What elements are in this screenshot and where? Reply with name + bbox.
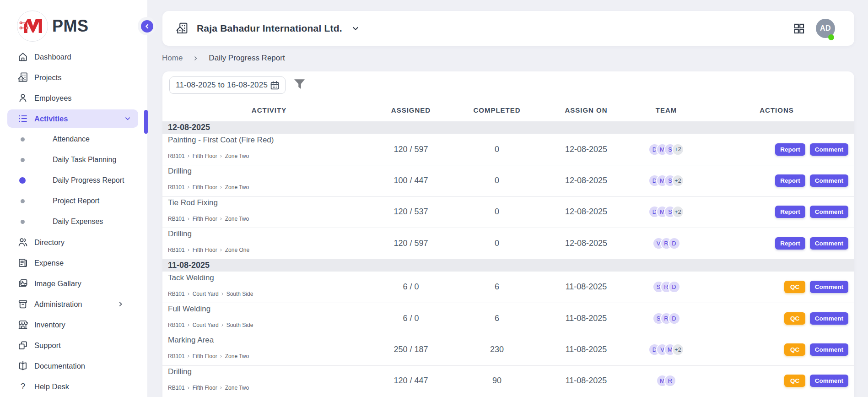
sidebar-subitem-daily-task-planning[interactable]: Daily Task Planning bbox=[7, 151, 138, 169]
report-button[interactable]: Report bbox=[775, 143, 805, 156]
cell-activity: Full WeldingRB101Court YardSouth Side bbox=[162, 303, 376, 328]
cell-actions: ReportComment bbox=[708, 143, 854, 156]
cell-assign-on: 11-08-2025 bbox=[548, 345, 625, 354]
sidebar-subitem-daily-expenses[interactable]: Daily Expenses bbox=[7, 212, 138, 231]
report-button[interactable]: Report bbox=[775, 174, 805, 187]
report-button[interactable]: Report bbox=[775, 206, 805, 218]
cell-activity: Tack WeldingRB101Court YardSouth Side bbox=[162, 272, 376, 297]
brand-logo[interactable] bbox=[17, 11, 48, 42]
home-icon bbox=[17, 51, 28, 62]
activity-location-path: RB101Fifth FloorZone Two bbox=[168, 385, 376, 391]
news-icon bbox=[17, 257, 28, 268]
progress-table: ACTIVITYASSIGNEDCOMPLETEDASSIGN ONTEAMAC… bbox=[162, 98, 854, 397]
sidebar-item-help-desk[interactable]: ?Help Desk bbox=[7, 377, 138, 396]
date-range-input[interactable]: 11-08-2025 to 16-08-2025 bbox=[169, 76, 286, 94]
sidebar-item-employees[interactable]: Employees bbox=[7, 89, 138, 107]
team-member-chip[interactable]: D bbox=[668, 312, 680, 325]
comment-button[interactable]: Comment bbox=[810, 206, 848, 218]
qc-button[interactable]: QC bbox=[784, 375, 805, 387]
comment-button[interactable]: Comment bbox=[810, 312, 848, 325]
sidebar-collapse-button[interactable] bbox=[141, 20, 153, 33]
table-row: Marking AreaRB101Fifth FloorZone Two250 … bbox=[162, 334, 854, 365]
team-member-chip[interactable]: R bbox=[664, 375, 676, 387]
cell-completed: 230 bbox=[446, 345, 548, 354]
team-member-chip[interactable]: D bbox=[668, 281, 680, 293]
activity-title: Marking Area bbox=[168, 335, 376, 345]
team-extra-chip[interactable]: +2 bbox=[672, 174, 684, 187]
cell-assigned: 6 / 0 bbox=[376, 282, 446, 292]
path-segment: Zone Two bbox=[225, 385, 249, 391]
team-member-chip[interactable]: D bbox=[668, 237, 680, 250]
comment-button[interactable]: Comment bbox=[810, 343, 848, 356]
sidebar-item-image-gallary[interactable]: Image Gallary bbox=[7, 274, 138, 293]
sidebar-item-documentation[interactable]: Documentation bbox=[7, 357, 138, 375]
date-range-value: 11-08-2025 to 16-08-2025 bbox=[176, 81, 268, 90]
sidebar-subitem-label: Project Report bbox=[53, 197, 99, 205]
team-extra-chip[interactable]: +2 bbox=[672, 343, 684, 356]
comment-button[interactable]: Comment bbox=[810, 143, 848, 156]
column-header-assign-on: ASSIGN ON bbox=[548, 106, 625, 114]
activity-location-path: RB101Fifth FloorZone Two bbox=[168, 216, 376, 222]
path-segment: Zone Two bbox=[225, 216, 249, 222]
sidebar-subitem-project-report[interactable]: Project Report bbox=[7, 192, 138, 210]
cell-completed: 90 bbox=[446, 376, 548, 386]
comment-button[interactable]: Comment bbox=[810, 237, 848, 250]
table-row: Full WeldingRB101Court YardSouth Side6 /… bbox=[162, 303, 854, 334]
group-date-band: 11-08-2025 bbox=[162, 259, 854, 272]
cell-assigned: 250 / 187 bbox=[376, 345, 446, 354]
apps-grid-icon[interactable] bbox=[793, 22, 805, 35]
qc-button[interactable]: QC bbox=[784, 281, 805, 293]
cell-completed: 0 bbox=[446, 176, 548, 185]
cell-actions: ReportComment bbox=[708, 206, 854, 218]
sidebar-subitem-attendance[interactable]: Attendance bbox=[7, 130, 138, 148]
qc-button[interactable]: QC bbox=[784, 312, 805, 325]
sidebar-item-expense[interactable]: Expense bbox=[7, 254, 138, 272]
sidebar-item-label: Support bbox=[34, 341, 61, 350]
activity-location-path: RB101Fifth FloorZone Two bbox=[168, 353, 376, 359]
user-icon bbox=[17, 92, 28, 103]
cell-assign-on: 12-08-2025 bbox=[548, 239, 625, 248]
company-selector[interactable]: Raja Bahadur International Ltd. bbox=[162, 22, 361, 35]
team-extra-chip[interactable]: +2 bbox=[672, 206, 684, 218]
cell-assign-on: 11-08-2025 bbox=[548, 376, 625, 386]
filter-funnel-icon[interactable] bbox=[292, 77, 307, 91]
path-chevron-icon bbox=[219, 217, 223, 221]
column-header-completed: COMPLETED bbox=[446, 106, 548, 114]
sidebar-subitem-daily-progress-report[interactable]: Daily Progress Report bbox=[7, 171, 138, 190]
team-extra-chip[interactable]: +2 bbox=[672, 143, 684, 156]
cell-activity: DrillingRB101Fifth FloorZone Two bbox=[162, 165, 376, 190]
cell-team: VRD bbox=[625, 237, 708, 250]
sidebar-item-administration[interactable]: Administration bbox=[7, 295, 138, 313]
table-row: DrillingRB101Fifth FloorZone One120 / 59… bbox=[162, 228, 854, 259]
group-date: 12-08-2025 bbox=[168, 123, 210, 132]
table-row: Painting - First Coat (Fire Red)RB101Fif… bbox=[162, 134, 854, 165]
sidebar-item-projects[interactable]: Projects bbox=[7, 68, 138, 87]
comment-button[interactable]: Comment bbox=[810, 281, 848, 293]
path-chevron-icon bbox=[221, 292, 224, 296]
chevron-down-icon bbox=[350, 23, 361, 33]
activity-title: Tack Welding bbox=[168, 273, 376, 283]
qc-button[interactable]: QC bbox=[784, 343, 805, 356]
activity-location-path: RB101Fifth FloorZone Two bbox=[168, 184, 376, 190]
breadcrumb-chevron-icon bbox=[193, 55, 199, 61]
sidebar-item-support[interactable]: Support bbox=[7, 336, 138, 354]
sidebar-item-inventory[interactable]: Inventory bbox=[7, 315, 138, 334]
cell-team: SRD bbox=[625, 312, 708, 325]
sidebar-item-label: Projects bbox=[34, 73, 62, 82]
sidebar-subitem-label: Attendance bbox=[53, 135, 90, 143]
sidebar-item-dashboard[interactable]: Dashboard bbox=[7, 48, 138, 66]
report-button[interactable]: Report bbox=[775, 237, 805, 250]
building-icon bbox=[17, 72, 28, 83]
cell-assign-on: 12-08-2025 bbox=[548, 207, 625, 217]
path-segment: RB101 bbox=[168, 385, 185, 391]
sidebar-item-directory[interactable]: Directory bbox=[7, 233, 138, 251]
path-chevron-icon bbox=[187, 386, 190, 390]
comment-button[interactable]: Comment bbox=[810, 174, 848, 187]
sidebar-item-activities[interactable]: Activities bbox=[7, 109, 138, 128]
cell-activity: DrillingRB101Fifth FloorZone One bbox=[162, 228, 376, 253]
breadcrumb-home[interactable]: Home bbox=[162, 54, 183, 63]
comment-button[interactable]: Comment bbox=[810, 375, 848, 387]
brand-name: PMS bbox=[52, 16, 89, 36]
cell-actions: ReportComment bbox=[708, 174, 854, 187]
path-segment: Zone One bbox=[225, 247, 249, 253]
